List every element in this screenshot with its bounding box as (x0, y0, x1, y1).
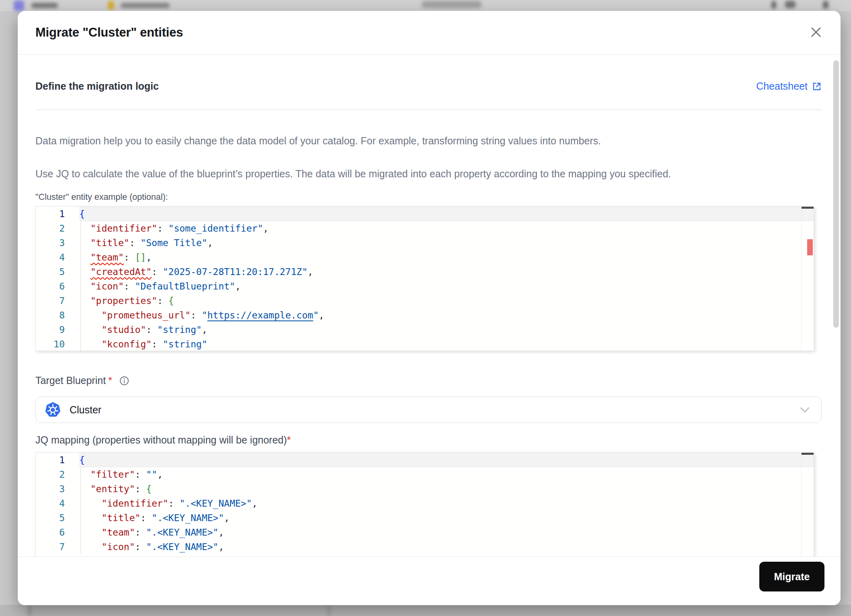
description-paragraph: Use JQ to calculate the value of the blu… (35, 167, 822, 181)
code-line[interactable]: 10 "kconfig": "string" (36, 337, 814, 351)
code-line[interactable]: 4 "team": [], (36, 250, 814, 265)
background-edge-shape (28, 605, 31, 616)
code-text[interactable]: "kconfig": "string" (79, 337, 814, 351)
background-search-shape (421, 1, 482, 8)
code-line[interactable]: 7 "properties": { (36, 294, 814, 308)
example-code-editor[interactable]: 1{2 "identifier": "some_identifier",3 "t… (35, 206, 814, 351)
background-control-shape (785, 1, 796, 8)
info-icon[interactable] (119, 376, 129, 386)
target-blueprint-label: Target Blueprint (35, 375, 106, 386)
section-heading: Define the migration logic (35, 80, 159, 92)
modal-header: Migrate "Cluster" entities (18, 11, 841, 55)
target-blueprint-select[interactable]: Cluster (35, 396, 822, 423)
line-number: 6 (36, 279, 79, 294)
jq-code-editor[interactable]: 1{2 "filter": "",3 "entity": {4 "identif… (35, 452, 814, 557)
screen: Migrate "Cluster" entities Define the mi… (0, 0, 851, 616)
code-text[interactable]: { (79, 453, 814, 467)
line-number: 3 (36, 482, 79, 496)
line-number: 10 (36, 337, 79, 351)
example-editor-label: "Cluster" entity example (optional): (35, 192, 168, 202)
code-lines[interactable]: 1{2 "identifier": "some_identifier",3 "t… (36, 207, 814, 351)
cheatsheet-label: Cheatsheet (756, 80, 808, 92)
code-line[interactable]: 3 "entity": { (36, 482, 814, 496)
jq-mapping-label-text: JQ mapping (properties without mapping w… (35, 434, 287, 446)
code-lines[interactable]: 1{2 "filter": "",3 "entity": {4 "identif… (36, 453, 814, 557)
code-line[interactable]: 1{ (36, 207, 814, 221)
code-text[interactable]: "team": [], (79, 250, 814, 265)
cursor-position-marker (802, 207, 814, 209)
cheatsheet-link[interactable]: Cheatsheet (756, 80, 822, 92)
code-text[interactable]: "icon": ".<KEY_NAME>", (79, 540, 814, 554)
line-number: 7 (36, 294, 79, 308)
code-text[interactable]: "title": ".<KEY_NAME>", (79, 511, 814, 525)
kubernetes-icon (45, 401, 62, 418)
code-text[interactable]: "studio": "string", (79, 322, 814, 337)
line-number: 7 (36, 540, 79, 554)
line-number: 5 (36, 265, 79, 279)
background-page-bottom (0, 605, 851, 616)
error-marker (807, 239, 813, 255)
chevron-down-icon[interactable] (800, 407, 810, 413)
background-control-shape (823, 1, 828, 9)
jq-mapping-label: JQ mapping (properties without mapping w… (35, 434, 291, 446)
line-number: 4 (36, 250, 79, 265)
code-text[interactable]: "prometheus_url": "https://example.com", (79, 308, 814, 322)
code-line[interactable]: 6 "icon": "DefaultBlueprint", (36, 279, 814, 294)
cursor-position-marker (802, 453, 814, 455)
code-text[interactable]: { (79, 207, 814, 221)
modal-title: Migrate "Cluster" entities (35, 25, 183, 40)
code-text[interactable]: "filter": "", (79, 467, 814, 482)
code-line[interactable]: 9 "studio": "string", (36, 322, 814, 337)
code-text[interactable]: "icon": "DefaultBlueprint", (79, 279, 814, 294)
line-number: 2 (36, 221, 79, 236)
code-line[interactable]: 5 "title": ".<KEY_NAME>", (36, 511, 814, 525)
code-text[interactable]: "identifier": ".<KEY_NAME>", (79, 496, 814, 511)
close-button[interactable] (809, 26, 823, 39)
code-line[interactable]: 2 "filter": "", (36, 467, 814, 482)
background-control-shape (771, 1, 776, 9)
code-text[interactable]: "identifier": "some_identifier", (79, 221, 814, 236)
background-page-top (0, 0, 851, 11)
code-line[interactable]: 6 "team": ".<KEY_NAME>", (36, 525, 814, 540)
external-link-icon (812, 81, 822, 92)
code-text[interactable]: "title": "Some Title", (79, 236, 814, 250)
close-icon (810, 26, 822, 38)
modal-scrollbar[interactable] (833, 60, 839, 328)
editor-overview-ruler[interactable] (801, 453, 814, 557)
background-app-icon (14, 0, 24, 11)
line-number: 1 (36, 207, 79, 221)
description-paragraph: Data migration help you to easily change… (35, 134, 822, 148)
code-line[interactable]: 8 "prometheus_url": "https://example.com… (36, 308, 814, 322)
line-number: 5 (36, 511, 79, 525)
background-edge-shape (327, 605, 331, 616)
line-number: 1 (36, 453, 79, 467)
code-text[interactable]: "createdAt": "2025-07-28T11:20:17.271Z", (79, 265, 814, 279)
required-asterisk: * (287, 434, 291, 446)
line-number: 4 (36, 496, 79, 511)
code-line[interactable]: 7 "icon": ".<KEY_NAME>", (36, 540, 814, 554)
target-blueprint-label-row: Target Blueprint* (35, 375, 129, 386)
background-folder-icon (108, 1, 114, 10)
migrate-button[interactable]: Migrate (759, 562, 824, 591)
code-line[interactable]: 2 "identifier": "some_identifier", (36, 221, 814, 236)
modal-body: Define the migration logic Cheatsheet Da… (18, 55, 841, 557)
section-divider (35, 109, 822, 110)
required-asterisk: * (108, 375, 112, 386)
line-number: 9 (36, 322, 79, 337)
modal-footer: Migrate (18, 556, 841, 605)
code-line[interactable]: 5 "createdAt": "2025-07-28T11:20:17.271Z… (36, 265, 814, 279)
background-text-shape (121, 3, 170, 8)
line-number: 3 (36, 236, 79, 250)
background-text-shape (31, 3, 58, 8)
target-blueprint-value: Cluster (70, 404, 101, 416)
code-line[interactable]: 4 "identifier": ".<KEY_NAME>", (36, 496, 814, 511)
code-text[interactable]: "properties": { (79, 294, 814, 308)
editor-overview-ruler[interactable] (801, 207, 814, 351)
section-header-row: Define the migration logic Cheatsheet (35, 80, 822, 92)
line-number: 2 (36, 467, 79, 482)
code-text[interactable]: "entity": { (79, 482, 814, 496)
line-number: 8 (36, 308, 79, 322)
code-line[interactable]: 1{ (36, 453, 814, 467)
code-line[interactable]: 3 "title": "Some Title", (36, 236, 814, 250)
code-text[interactable]: "team": ".<KEY_NAME>", (79, 525, 814, 540)
